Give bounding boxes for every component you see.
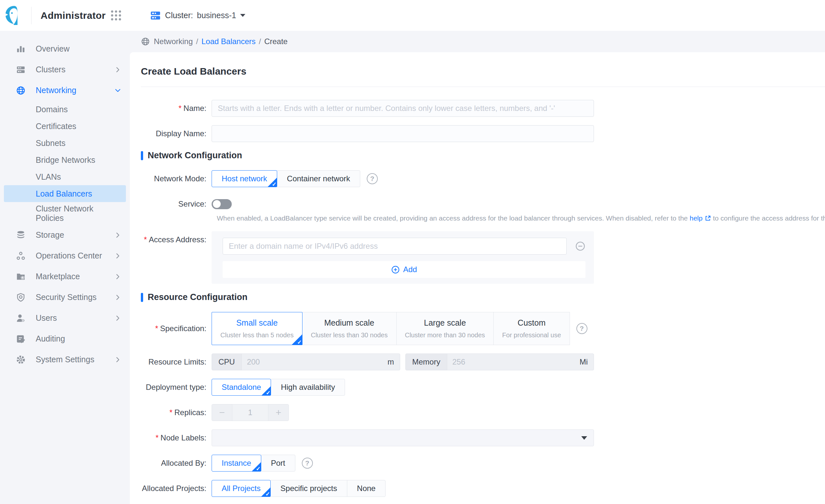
display-name-label: Display Name: xyxy=(141,125,212,142)
sidebar-item-users[interactable]: Users xyxy=(0,308,130,329)
server-stack-icon xyxy=(150,10,161,21)
allocated-by-port-button[interactable]: Port xyxy=(261,455,295,472)
sidebar-item-networking[interactable]: Networking xyxy=(0,80,130,101)
spec-large-scale-card[interactable]: Large scale Cluster more than 30 nodes xyxy=(396,312,494,345)
chevron-down-icon xyxy=(114,87,122,94)
allocated-projects-none-button[interactable]: None xyxy=(347,480,386,497)
deployment-type-label: Deployment type: xyxy=(141,379,212,396)
button-label: Container network xyxy=(287,174,350,183)
sidebar-item-system-settings[interactable]: System Settings xyxy=(0,349,130,370)
allocated-projects-specific-button[interactable]: Specific projects xyxy=(270,480,347,497)
replicas-label: Replicas: xyxy=(141,404,212,421)
service-toggle[interactable] xyxy=(212,199,232,209)
sidebar-item-auditing[interactable]: Auditing xyxy=(0,329,130,349)
allocated-projects-all-button[interactable]: All Projects xyxy=(212,480,271,497)
database-icon xyxy=(16,230,26,240)
access-address-entry xyxy=(212,238,594,255)
chevron-right-icon xyxy=(114,66,122,73)
cluster-selector[interactable]: Cluster: business-1 xyxy=(150,10,245,21)
network-mode-row: Network Mode: Host network Container net… xyxy=(141,170,825,187)
memory-limit-input[interactable] xyxy=(447,354,574,370)
folder-gear-icon xyxy=(16,271,26,282)
question-circle-icon[interactable]: ? xyxy=(302,457,313,469)
sidebar-item-marketplace[interactable]: Marketplace xyxy=(0,266,130,287)
help-link[interactable]: help xyxy=(690,215,703,222)
sidebar-item-storage[interactable]: Storage xyxy=(0,225,130,246)
deployment-standalone-button[interactable]: Standalone xyxy=(212,379,271,396)
sidebar-item-cluster-network-policies[interactable]: Cluster Network Policies xyxy=(0,202,107,225)
decrement-button[interactable]: − xyxy=(212,404,232,421)
sidebar-item-label: Load Balancers xyxy=(36,189,92,198)
cpu-limit-input[interactable] xyxy=(242,354,382,370)
section-title: Resource Configuration xyxy=(148,292,248,302)
breadcrumb-separator: / xyxy=(259,37,261,46)
selected-check-icon xyxy=(251,462,261,472)
question-circle-icon[interactable]: ? xyxy=(367,173,378,184)
sidebar-item-security-settings[interactable]: Security Settings xyxy=(0,287,130,308)
spec-medium-scale-card[interactable]: Medium scale Cluster less than 30 nodes xyxy=(302,312,397,345)
sidebar-item-certificates[interactable]: Certificates xyxy=(0,118,130,135)
sidebar-item-label: Domains xyxy=(36,105,68,114)
service-row: Service: xyxy=(141,195,825,213)
sidebar-item-clusters[interactable]: Clusters xyxy=(0,59,130,80)
memory-unit-label: Mi xyxy=(574,354,594,370)
allocated-by-group: Instance Port xyxy=(212,455,295,472)
alauda-logo-icon xyxy=(5,5,24,26)
button-label: None xyxy=(357,484,375,493)
cpu-prefix-label: CPU xyxy=(212,354,242,370)
network-mode-group: Host network Container network xyxy=(212,170,360,187)
minus-circle-icon[interactable] xyxy=(575,241,586,251)
apps-grid-icon[interactable] xyxy=(111,10,121,20)
specification-label: Specification: xyxy=(141,323,212,333)
question-circle-icon[interactable]: ? xyxy=(577,323,587,334)
sidebar-item-label: VLANs xyxy=(36,172,61,182)
chevron-right-icon xyxy=(114,356,122,363)
name-input[interactable] xyxy=(212,100,594,117)
button-label: Instance xyxy=(222,458,251,468)
access-address-input[interactable] xyxy=(223,238,567,255)
memory-prefix-label: Memory xyxy=(406,354,447,370)
add-address-button[interactable]: Add xyxy=(223,261,586,278)
sidebar-item-bridge-networks[interactable]: Bridge Networks xyxy=(0,152,130,168)
network-mode-container-button[interactable]: Container network xyxy=(277,170,360,187)
server-stack-icon xyxy=(16,65,26,75)
allocated-by-row: Allocated By: Instance Port ? xyxy=(141,455,825,472)
button-label: Host network xyxy=(222,174,267,183)
shield-icon xyxy=(16,292,26,303)
sidebar-item-vlans[interactable]: VLANs xyxy=(0,168,130,185)
breadcrumb-current: Create xyxy=(264,37,288,46)
allocated-by-instance-button[interactable]: Instance xyxy=(212,455,261,472)
access-address-row: Access Address: Add xyxy=(141,231,825,284)
sidebar-item-overview[interactable]: Overview xyxy=(0,38,130,59)
plus-circle-icon xyxy=(391,265,400,274)
sidebar-item-load-balancers[interactable]: Load Balancers xyxy=(4,185,126,202)
sidebar-item-subnets[interactable]: Subnets xyxy=(0,135,130,152)
header-divider xyxy=(31,7,31,24)
access-address-panel: Add xyxy=(212,231,594,284)
help-text: to configure the access address for the … xyxy=(713,215,825,222)
spec-custom-card[interactable]: Custom For professional use xyxy=(493,312,570,345)
spec-small-scale-card[interactable]: Small scale Cluster less than 5 nodes xyxy=(212,312,302,345)
chevron-right-icon xyxy=(114,294,122,301)
cluster-value: business-1 xyxy=(197,11,236,20)
help-text: When enabled, a LoadBalancer type servic… xyxy=(217,215,688,222)
increment-button[interactable]: + xyxy=(269,404,289,421)
sidebar-item-label: Storage xyxy=(36,230,114,240)
replicas-row: Replicas: − 1 + xyxy=(141,404,825,421)
spec-title: Small scale xyxy=(236,318,278,328)
node-labels-select[interactable] xyxy=(212,429,594,446)
deployment-ha-button[interactable]: High availability xyxy=(271,379,345,396)
spec-title: Medium scale xyxy=(324,318,374,328)
breadcrumb-link-load-balancers[interactable]: Load Balancers xyxy=(202,37,256,46)
globe-icon xyxy=(16,85,26,96)
access-address-label: Access Address: xyxy=(141,231,212,248)
selected-check-icon xyxy=(291,334,302,345)
spec-subtitle: Cluster more than 30 nodes xyxy=(405,331,485,339)
resource-limits-row: Resource Limits: CPU m Memory Mi xyxy=(141,353,825,370)
sidebar-item-operations-center[interactable]: Operations Center xyxy=(0,246,130,266)
display-name-input[interactable] xyxy=(212,125,594,142)
add-button-label: Add xyxy=(403,265,417,274)
network-mode-host-button[interactable]: Host network xyxy=(212,170,277,187)
sidebar-item-domains[interactable]: Domains xyxy=(0,101,130,118)
user-gear-icon xyxy=(16,313,26,323)
